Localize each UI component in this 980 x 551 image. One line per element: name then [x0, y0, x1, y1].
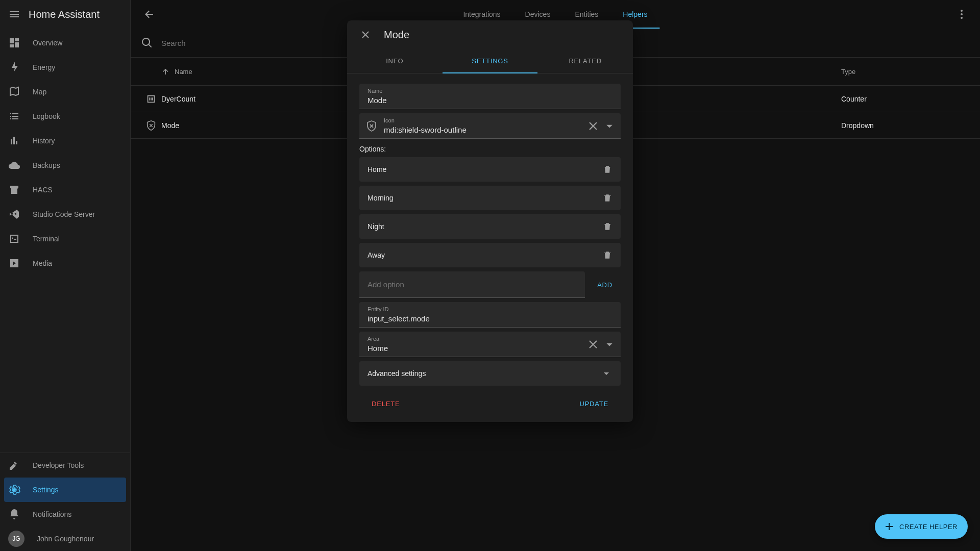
- delete-icon[interactable]: [598, 217, 617, 236]
- map-icon: [8, 86, 20, 98]
- sidebar-item-label: HACS: [33, 186, 53, 194]
- sidebar-item-logbook[interactable]: Logbook: [0, 104, 130, 129]
- column-type-header[interactable]: Type: [841, 68, 943, 76]
- field-label: Area: [368, 336, 379, 342]
- add-option-input-wrap: [359, 271, 585, 298]
- sidebar-item-overview[interactable]: Overview: [0, 31, 130, 55]
- counter-icon: [141, 93, 161, 105]
- field-value: input_select.mode: [359, 302, 621, 327]
- shield-icon: [141, 120, 161, 131]
- entity-id-field[interactable]: Entity ID input_select.mode: [359, 302, 621, 328]
- code-icon: [8, 208, 20, 220]
- option-row[interactable]: Home: [359, 157, 621, 182]
- bell-icon: [8, 508, 20, 520]
- sidebar-item-studio-code[interactable]: Studio Code Server: [0, 202, 130, 227]
- gear-icon: [8, 484, 20, 496]
- chart-icon: [8, 135, 20, 147]
- clear-icon[interactable]: [586, 337, 600, 352]
- sidebar-item-backups[interactable]: Backups: [0, 153, 130, 178]
- store-icon: [8, 184, 20, 196]
- field-label: Icon: [384, 117, 395, 123]
- sidebar-item-label: Terminal: [33, 235, 60, 243]
- bolt-icon: [8, 61, 20, 73]
- dialog-tab-info[interactable]: INFO: [347, 49, 443, 73]
- field-value: Home: [359, 332, 621, 357]
- field-label: Entity ID: [368, 306, 389, 312]
- add-option-row: ADD: [359, 271, 621, 298]
- delete-button[interactable]: DELETE: [363, 396, 408, 412]
- back-button[interactable]: [139, 4, 159, 24]
- option-row[interactable]: Night: [359, 214, 621, 239]
- dialog-tabs: INFO SETTINGS RELATED: [347, 49, 633, 73]
- add-option-input[interactable]: [368, 280, 577, 289]
- update-button[interactable]: UPDATE: [571, 396, 617, 412]
- advanced-settings-toggle[interactable]: Advanced settings: [359, 361, 621, 386]
- area-field[interactable]: Area Home: [359, 332, 621, 357]
- icon-field[interactable]: Icon mdi:shield-sword-outline: [359, 113, 621, 139]
- list-icon: [8, 110, 20, 122]
- sidebar-item-label: Backups: [33, 161, 60, 169]
- sidebar-nav: Overview Energy Map Logbook History Back…: [0, 29, 130, 453]
- advanced-label: Advanced settings: [368, 369, 600, 378]
- options-label: Options:: [359, 145, 621, 153]
- sidebar-item-user[interactable]: JG John Goughenour: [0, 527, 130, 551]
- sidebar-item-media[interactable]: Media: [0, 251, 130, 276]
- option-text: Away: [368, 251, 598, 259]
- shield-sword-icon: [365, 120, 378, 132]
- sidebar-item-map[interactable]: Map: [0, 80, 130, 104]
- add-button[interactable]: ADD: [589, 271, 621, 298]
- close-button[interactable]: [359, 29, 372, 41]
- option-row[interactable]: Away: [359, 243, 621, 267]
- dialog-tab-settings[interactable]: SETTINGS: [443, 49, 538, 73]
- svg-point-1: [961, 10, 963, 12]
- user-name: John Goughenour: [37, 535, 94, 543]
- delete-icon[interactable]: [598, 189, 617, 207]
- option-text: Home: [368, 165, 598, 173]
- plus-icon: [883, 520, 895, 533]
- dialog: Mode INFO SETTINGS RELATED Name Mode Ico…: [347, 20, 633, 422]
- hamburger-icon[interactable]: [8, 8, 20, 20]
- terminal-icon: [8, 233, 20, 245]
- sidebar-item-label: Developer Tools: [33, 461, 84, 469]
- dialog-actions: DELETE UPDATE: [359, 390, 621, 414]
- chevron-down-icon[interactable]: [602, 119, 617, 133]
- hammer-icon: [8, 459, 20, 471]
- name-field[interactable]: Name Mode: [359, 84, 621, 109]
- overflow-menu-button[interactable]: [951, 4, 972, 24]
- create-helper-button[interactable]: CREATE HELPER: [875, 514, 968, 539]
- dialog-title: Mode: [384, 29, 409, 41]
- dialog-tab-related[interactable]: RELATED: [537, 49, 633, 73]
- field-label: Name: [368, 88, 382, 94]
- sidebar-item-label: Overview: [33, 39, 62, 47]
- field-trailing: [586, 337, 617, 352]
- dialog-header: Mode: [347, 20, 633, 49]
- sidebar-bottom: Developer Tools Settings Notifications J…: [0, 453, 130, 551]
- option-text: Night: [368, 222, 598, 231]
- sidebar-item-history[interactable]: History: [0, 129, 130, 153]
- sidebar-item-settings[interactable]: Settings: [4, 478, 126, 502]
- svg-point-0: [13, 488, 16, 491]
- sidebar-item-label: Media: [33, 259, 52, 267]
- sidebar: Home Assistant Overview Energy Map Logbo…: [0, 0, 131, 551]
- option-row[interactable]: Morning: [359, 186, 621, 210]
- clear-icon[interactable]: [586, 119, 600, 133]
- sidebar-item-notifications[interactable]: Notifications: [0, 502, 130, 527]
- dashboard-icon: [8, 37, 20, 49]
- column-label: Type: [841, 68, 855, 76]
- sidebar-item-terminal[interactable]: Terminal: [0, 227, 130, 251]
- search-icon: [141, 37, 153, 49]
- sidebar-item-energy[interactable]: Energy: [0, 55, 130, 80]
- sidebar-item-label: Map: [33, 88, 46, 96]
- chevron-down-icon[interactable]: [602, 337, 617, 352]
- delete-icon[interactable]: [598, 160, 617, 179]
- sidebar-item-label: Logbook: [33, 112, 60, 120]
- sidebar-item-label: Settings: [33, 486, 59, 494]
- row-type: Dropdown: [841, 121, 943, 130]
- field-value: mdi:shield-sword-outline: [359, 113, 621, 138]
- sidebar-item-label: Studio Code Server: [33, 210, 95, 218]
- sidebar-item-hacs[interactable]: HACS: [0, 178, 130, 202]
- sidebar-item-label: History: [33, 137, 55, 145]
- delete-icon[interactable]: [598, 246, 617, 264]
- dialog-body: Name Mode Icon mdi:shield-sword-outline …: [347, 73, 633, 422]
- sidebar-item-developer-tools[interactable]: Developer Tools: [0, 453, 130, 478]
